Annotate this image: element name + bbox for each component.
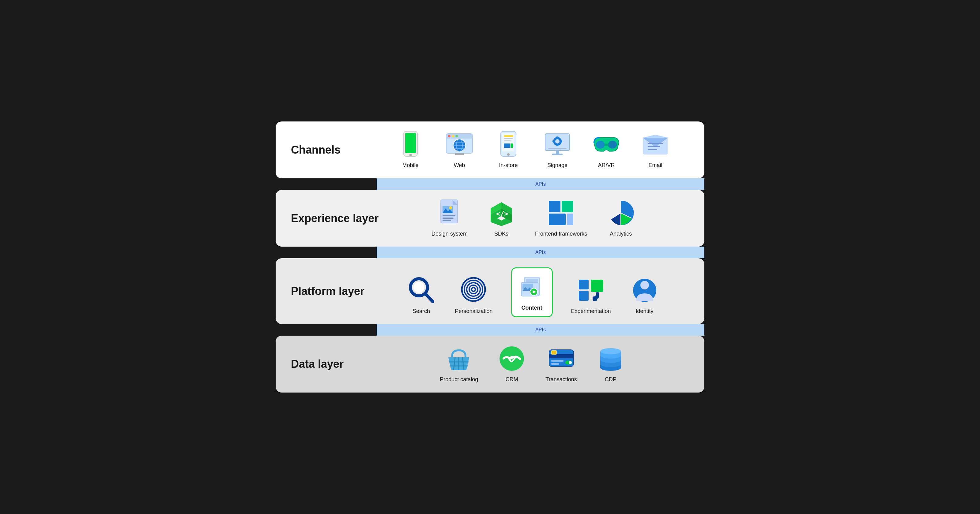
frontend-icon — [547, 199, 575, 227]
channels-section: Channels Mobile — [275, 121, 705, 190]
channels-card: Channels Mobile — [275, 121, 705, 178]
svg-point-83 — [510, 356, 513, 359]
arvr-icon — [593, 131, 620, 158]
arvr-label: AR/VR — [598, 162, 615, 169]
svg-rect-85 — [549, 354, 574, 358]
identity-item: Identity — [629, 277, 660, 315]
web-item: Web — [444, 131, 475, 169]
transactions-item: Transactions — [546, 345, 577, 383]
personalization-label: Personalization — [455, 308, 492, 315]
data-title: Data layer — [291, 357, 377, 371]
catalog-label: Product catalog — [440, 376, 478, 383]
experimentation-icon — [577, 277, 605, 304]
instore-icon — [495, 131, 522, 158]
instore-item: In-store — [493, 131, 524, 169]
svg-text:</>: </> — [496, 210, 508, 217]
design-system-icon — [436, 199, 463, 227]
experience-apis-label: APIs — [535, 250, 546, 255]
crm-item: CRM — [496, 345, 527, 383]
svg-rect-30 — [548, 148, 566, 149]
svg-point-33 — [596, 141, 605, 149]
cdp-label: CDP — [605, 376, 616, 383]
svg-rect-89 — [551, 363, 559, 365]
svg-rect-35 — [604, 144, 609, 146]
svg-point-2 — [409, 154, 412, 156]
svg-point-58 — [462, 278, 485, 301]
signage-item: Signage — [542, 131, 573, 169]
catalog-icon — [445, 345, 473, 372]
frontend-label: Frontend frameworks — [535, 230, 587, 237]
channels-apis-bar: APIs — [377, 178, 705, 190]
svg-point-56 — [414, 282, 425, 293]
svg-line-57 — [425, 294, 433, 301]
svg-rect-28 — [552, 140, 554, 142]
analytics-label: Analytics — [610, 230, 632, 237]
svg-rect-87 — [552, 351, 556, 354]
signage-label: Signage — [547, 162, 568, 169]
experience-apis-bar: APIs — [377, 247, 705, 258]
svg-rect-18 — [504, 138, 513, 139]
svg-rect-44 — [442, 217, 453, 219]
instore-label: In-store — [499, 162, 517, 169]
svg-point-6 — [448, 135, 450, 137]
svg-rect-88 — [551, 360, 563, 362]
sdks-item: </> SDKs — [486, 199, 517, 237]
crm-icon — [498, 345, 525, 372]
sdks-icon: </> — [488, 199, 515, 227]
search-label: Search — [412, 308, 430, 315]
web-label: Web — [454, 162, 465, 169]
email-icon — [641, 131, 669, 158]
svg-rect-38 — [648, 146, 660, 147]
data-section: Data layer — [275, 336, 705, 392]
svg-rect-70 — [579, 291, 589, 301]
svg-rect-69 — [579, 280, 589, 289]
content-icon — [518, 273, 546, 301]
personalization-item: Personalization — [455, 277, 492, 315]
svg-rect-45 — [442, 220, 451, 221]
identity-icon — [631, 277, 659, 304]
svg-rect-71 — [591, 280, 603, 292]
web-icon — [445, 131, 473, 158]
svg-rect-49 — [549, 214, 566, 225]
email-item: Email — [640, 131, 671, 169]
svg-point-8 — [455, 135, 458, 137]
svg-point-61 — [469, 285, 478, 294]
design-system-label: Design system — [431, 230, 468, 237]
channels-items: Mobile — [377, 131, 689, 169]
svg-rect-29 — [560, 140, 562, 142]
transactions-icon — [547, 345, 575, 372]
channels-apis-label: APIs — [535, 181, 546, 187]
svg-rect-21 — [511, 143, 513, 148]
experience-title: Experience layer — [291, 212, 379, 225]
frontend-item: Frontend frameworks — [535, 199, 587, 237]
platform-card: Platform layer Search — [275, 258, 705, 324]
cdp-item: CDP — [595, 345, 626, 383]
svg-rect-14 — [455, 153, 464, 155]
personalization-icon — [460, 277, 488, 304]
experimentation-label: Experimentation — [571, 308, 611, 315]
svg-rect-27 — [557, 144, 558, 146]
analytics-icon — [607, 199, 635, 227]
svg-rect-32 — [552, 154, 563, 155]
svg-point-7 — [452, 135, 454, 137]
svg-point-62 — [472, 287, 475, 291]
architecture-diagram: Channels Mobile — [275, 121, 705, 393]
sdks-label: SDKs — [494, 230, 508, 237]
channels-title: Channels — [291, 143, 377, 156]
email-label: Email — [648, 162, 662, 169]
svg-rect-50 — [567, 214, 573, 225]
svg-rect-17 — [504, 135, 513, 137]
svg-rect-1 — [405, 133, 416, 153]
experience-items: Design system — [379, 199, 689, 237]
svg-point-22 — [507, 153, 510, 156]
cdp-icon — [597, 345, 624, 372]
analytics-item: Analytics — [605, 199, 636, 237]
svg-rect-39 — [648, 149, 657, 150]
svg-rect-20 — [504, 143, 510, 148]
catalog-item: Product catalog — [440, 345, 478, 383]
content-item[interactable]: Content — [511, 267, 553, 317]
content-label: Content — [522, 305, 542, 311]
mobile-item: Mobile — [395, 131, 426, 169]
mobile-label: Mobile — [402, 162, 418, 169]
svg-rect-47 — [549, 201, 560, 213]
